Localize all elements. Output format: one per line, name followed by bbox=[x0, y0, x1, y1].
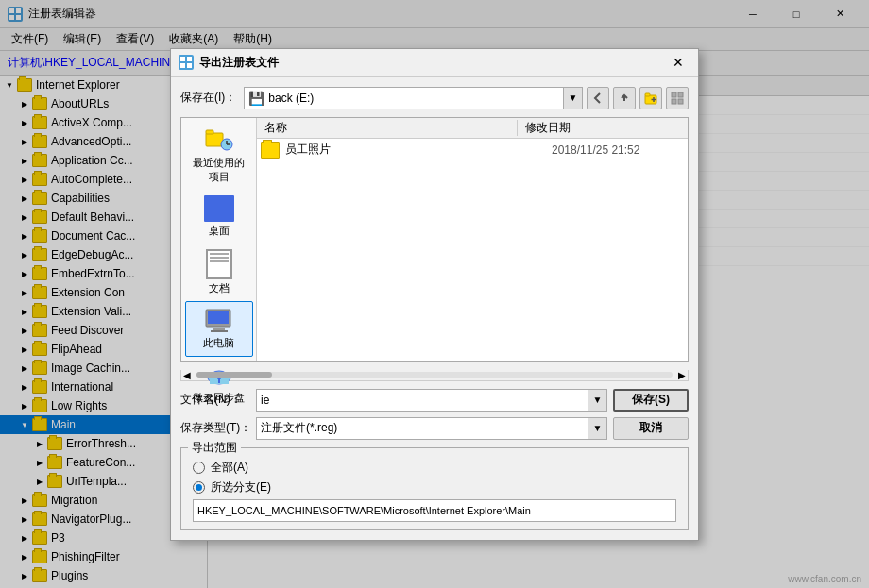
nav-recent[interactable]: 最近使用的项目 bbox=[185, 122, 253, 190]
file-sidebar: 最近使用的项目 桌面 文档 bbox=[181, 118, 257, 361]
svg-rect-24 bbox=[211, 330, 228, 332]
toolbar-new-folder-btn[interactable] bbox=[639, 87, 662, 109]
save-in-combo[interactable]: 💾 back (E:) bbox=[244, 87, 564, 109]
cancel-button[interactable]: 取消 bbox=[613, 417, 689, 440]
dialog-title-bar: 导出注册表文件 ✕ bbox=[171, 49, 698, 77]
watermark: www.cfan.com.cn bbox=[788, 574, 861, 584]
svg-rect-6 bbox=[180, 63, 185, 68]
svg-rect-23 bbox=[213, 328, 225, 330]
selected-path-display: HKEY_LOCAL_MACHINE\SOFTWARE\Microsoft\In… bbox=[193, 499, 676, 522]
file-date: 2018/11/25 21:52 bbox=[552, 143, 684, 157]
documents-icon bbox=[206, 249, 232, 279]
svg-rect-22 bbox=[208, 311, 229, 324]
dialog-body: 保存在(I)： 💾 back (E:) ▼ bbox=[171, 77, 698, 540]
radio-selected-label: 所选分支(E) bbox=[211, 479, 271, 496]
filetype-input bbox=[256, 417, 588, 440]
svg-rect-13 bbox=[678, 92, 683, 97]
nav-desktop[interactable]: 桌面 bbox=[185, 190, 253, 244]
save-button[interactable]: 保存(S) bbox=[613, 389, 689, 412]
nav-recent-label: 最近使用的项目 bbox=[189, 156, 249, 184]
filename-label: 文件名(N)： bbox=[180, 392, 256, 408]
export-range-box: 全部(A) 所选分支(E) HKEY_LOCAL_MACHINE\SOFTWAR… bbox=[180, 447, 689, 530]
toolbar-up-btn[interactable] bbox=[613, 87, 636, 109]
radio-selected-btn[interactable] bbox=[193, 481, 205, 494]
nav-documents-label: 文档 bbox=[209, 281, 230, 295]
recent-icon bbox=[204, 127, 234, 154]
dialog-title: 导出注册表文件 bbox=[199, 55, 666, 71]
export-range-title: 导出范围 bbox=[188, 440, 241, 456]
horizontal-scrollbar[interactable]: ◀ ▶ bbox=[180, 370, 689, 381]
nav-documents[interactable]: 文档 bbox=[185, 244, 253, 301]
scroll-left-btn[interactable]: ◀ bbox=[181, 370, 193, 380]
nav-computer[interactable]: 此电脑 bbox=[185, 301, 253, 357]
fl-col-date: 修改日期 bbox=[518, 120, 688, 136]
toolbar-back-btn[interactable] bbox=[587, 87, 609, 109]
filename-row: 文件名(N)： ▼ 保存(S) bbox=[180, 389, 689, 412]
export-dialog: 导出注册表文件 ✕ 保存在(I)： 💾 back (E:) ▼ bbox=[170, 48, 699, 541]
save-in-toolbar: 保存在(I)： 💾 back (E:) ▼ bbox=[180, 87, 689, 109]
nav-computer-label: 此电脑 bbox=[203, 336, 234, 350]
filename-input[interactable] bbox=[256, 389, 588, 412]
filetype-row: 保存类型(T)： ▼ 取消 bbox=[180, 417, 689, 440]
filetype-label: 保存类型(T)： bbox=[180, 420, 256, 436]
scroll-right-btn[interactable]: ▶ bbox=[676, 370, 688, 380]
save-in-value: back (E:) bbox=[268, 92, 314, 105]
save-in-label: 保存在(I)： bbox=[180, 90, 236, 106]
computer-icon bbox=[204, 308, 234, 334]
svg-rect-7 bbox=[187, 63, 192, 68]
filetype-dropdown[interactable]: ▼ bbox=[588, 417, 607, 440]
radio-all-label: 全部(A) bbox=[211, 460, 248, 476]
toolbar-view-btn[interactable] bbox=[666, 87, 689, 109]
scrollbar-track bbox=[196, 372, 673, 378]
file-name: 员工照片 bbox=[285, 142, 552, 158]
radio-selected-row: 所选分支(E) bbox=[193, 479, 676, 496]
svg-rect-5 bbox=[187, 57, 192, 61]
svg-rect-12 bbox=[672, 92, 676, 97]
radio-all-btn[interactable] bbox=[193, 462, 205, 474]
file-list-content: 员工照片 2018/11/25 21:52 bbox=[257, 139, 688, 361]
dialog-overlay: 导出注册表文件 ✕ 保存在(I)： 💾 back (E:) ▼ bbox=[0, 0, 869, 588]
dialog-icon bbox=[179, 55, 194, 70]
file-row-employees[interactable]: 员工照片 2018/11/25 21:52 bbox=[257, 139, 688, 161]
svg-rect-17 bbox=[206, 130, 213, 134]
svg-rect-14 bbox=[672, 99, 676, 104]
filename-dropdown[interactable]: ▼ bbox=[588, 389, 607, 412]
file-list-header: 名称 修改日期 bbox=[257, 118, 688, 139]
file-list-container: 最近使用的项目 桌面 文档 bbox=[180, 117, 689, 362]
svg-rect-15 bbox=[678, 99, 683, 104]
export-range-container: 导出范围 全部(A) 所选分支(E) HKEY_LOCAL_MACHINE\SO… bbox=[180, 447, 689, 530]
save-in-dropdown-arrow[interactable]: ▼ bbox=[564, 87, 583, 109]
file-list-main: 名称 修改日期 员工照片 2018/11/25 21:52 bbox=[257, 118, 688, 361]
desktop-icon bbox=[204, 195, 234, 222]
file-folder-icon bbox=[261, 142, 280, 159]
nav-desktop-label: 桌面 bbox=[209, 224, 230, 238]
svg-rect-4 bbox=[180, 57, 185, 61]
svg-rect-9 bbox=[645, 93, 650, 96]
scrollbar-thumb[interactable] bbox=[196, 372, 272, 378]
dialog-close-button[interactable]: ✕ bbox=[666, 52, 690, 73]
svg-rect-16 bbox=[206, 133, 223, 146]
radio-all-row: 全部(A) bbox=[193, 460, 676, 476]
fl-col-name: 名称 bbox=[257, 120, 518, 136]
